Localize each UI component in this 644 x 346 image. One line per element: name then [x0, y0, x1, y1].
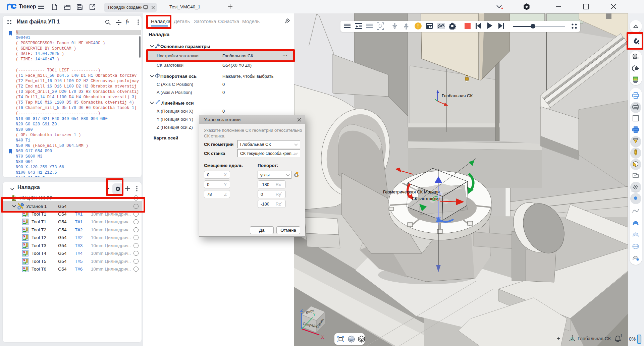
- svg-text:G: G: [23, 235, 25, 238]
- svg-text:X: X: [321, 335, 324, 340]
- svg-text:G: G: [23, 242, 25, 246]
- svg-text:Геометрическая СК Модели: Геометрическая СК Модели: [383, 189, 440, 194]
- svg-text:Z: Z: [300, 308, 303, 313]
- svg-text:Y: Y: [313, 312, 316, 317]
- svg-text:G: G: [23, 258, 25, 262]
- svg-text:G: G: [23, 250, 25, 254]
- svg-text:СК заготовки: СК заготовки: [412, 196, 438, 201]
- svg-text:G: G: [23, 227, 25, 230]
- svg-text:Глобальная СК: Глобальная СК: [442, 93, 473, 98]
- svg-text:G: G: [23, 219, 25, 222]
- svg-text:G: G: [23, 266, 25, 270]
- svg-text:1: 1: [620, 334, 623, 338]
